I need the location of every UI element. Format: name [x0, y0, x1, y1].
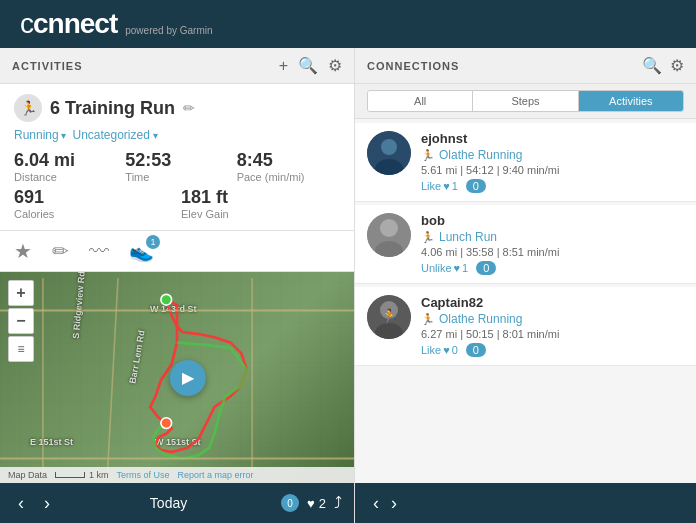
- activity-action-bar: ★ ✏ 〰 👟 1: [0, 231, 354, 272]
- map-scale: 1 km: [55, 470, 109, 480]
- distance-value: 6.04 mi: [14, 150, 117, 171]
- connection-item: ejohnst 🏃 Olathe Running 5.61 mi | 54:12…: [355, 123, 696, 202]
- activity-title-row: 🏃 6 Training Run ✏: [14, 94, 340, 122]
- chart-button[interactable]: 〰: [89, 240, 109, 263]
- powered-by-text: powered by Garmin: [125, 25, 212, 36]
- conn-info-ejohnst: ejohnst 🏃 Olathe Running 5.61 mi | 54:12…: [421, 131, 684, 193]
- svg-line-3: [107, 278, 118, 476]
- connections-title: CONNECTIONS: [367, 60, 459, 72]
- activity-stats-secondary: 691 Calories 181 ft Elev Gain: [14, 187, 340, 220]
- zoom-in-button[interactable]: +: [8, 280, 34, 306]
- activity-tags: Running Uncategorized: [14, 128, 340, 142]
- connections-panel: CONNECTIONS 🔍 ⚙ All Steps Activities: [355, 48, 696, 523]
- avatar-captain82: 🏃: [367, 295, 411, 339]
- tab-steps[interactable]: Steps: [473, 91, 578, 111]
- play-route-button[interactable]: ▶: [170, 360, 206, 396]
- map-data-label: Map Data: [8, 470, 47, 480]
- like-ejohnst-button[interactable]: Like♥ 1: [421, 180, 458, 192]
- nav-prev-button[interactable]: ‹: [12, 491, 30, 516]
- activity-name-ejohnst[interactable]: Olathe Running: [439, 148, 522, 162]
- activities-header-icons: + 🔍 ⚙: [279, 56, 342, 75]
- connection-item: 🏃 Captain82 🏃 Olathe Running 6.27 mi | 5…: [355, 287, 696, 366]
- activities-bottom-nav: ‹ › Today 0 ♥ 2 ⤴: [0, 483, 354, 523]
- report-link[interactable]: Report a map error: [178, 470, 254, 480]
- shoe-button[interactable]: 👟 1: [129, 239, 154, 263]
- activity-comment-badge[interactable]: 0: [281, 494, 299, 512]
- conn-info-bob: bob 🏃 Lunch Run 4.06 mi | 35:58 | 8:51 m…: [421, 213, 684, 275]
- connections-list: ejohnst 🏃 Olathe Running 5.61 mi | 54:12…: [355, 119, 696, 483]
- activity-type-tag[interactable]: Running: [14, 128, 66, 142]
- distance-label: Distance: [14, 171, 117, 183]
- activity-name-captain82[interactable]: Olathe Running: [439, 312, 522, 326]
- connections-header: CONNECTIONS 🔍 ⚙: [355, 48, 696, 84]
- conn-stats-captain82: 6.27 mi | 50:15 | 8:01 min/mi: [421, 328, 684, 340]
- username-captain82: Captain82: [421, 295, 684, 310]
- conn-stats-ejohnst: 5.61 mi | 54:12 | 9:40 min/mi: [421, 164, 684, 176]
- conn-nav-next-button[interactable]: ›: [385, 491, 403, 516]
- tab-all[interactable]: All: [368, 91, 473, 111]
- unlike-label-bob: Unlike: [421, 262, 452, 274]
- svg-point-5: [161, 294, 172, 305]
- map-controls: + − ≡: [8, 280, 34, 362]
- map-layer-button[interactable]: ≡: [8, 336, 34, 362]
- comment-bob-button[interactable]: 0: [476, 261, 496, 275]
- conn-actions-bob: Unlike♥ 1 0: [421, 261, 684, 275]
- stat-time: 52:53 Time: [125, 150, 228, 183]
- like-icon: ♥: [307, 496, 315, 511]
- logo: ccnnect: [20, 8, 117, 40]
- unlike-bob-button[interactable]: Unlike♥ 1: [421, 262, 468, 274]
- conn-activity-row-1: 🏃 Olathe Running: [421, 148, 684, 162]
- zoom-out-button[interactable]: −: [8, 308, 34, 334]
- run-icon-1: 🏃: [421, 149, 435, 162]
- terms-link[interactable]: Terms of Use: [117, 470, 170, 480]
- settings-activities-button[interactable]: ⚙: [328, 56, 342, 75]
- shoe-badge: 1: [146, 235, 160, 249]
- conn-actions-captain82: Like♥ 0 0: [421, 343, 684, 357]
- add-activity-button[interactable]: +: [279, 57, 288, 75]
- avatar-bob: [367, 213, 411, 257]
- avatar-ejohnst: [367, 131, 411, 175]
- run-icon-3: 🏃: [421, 313, 435, 326]
- stat-distance: 6.04 mi Distance: [14, 150, 117, 183]
- search-connections-button[interactable]: 🔍: [642, 56, 662, 75]
- tab-activities[interactable]: Activities: [579, 91, 683, 111]
- nav-today-label: Today: [64, 495, 273, 511]
- edit-activity-icon[interactable]: ✏: [183, 100, 195, 116]
- activities-panel: ACTIVITIES + 🔍 ⚙ 🏃 6 Training Run ✏ Runn…: [0, 48, 355, 523]
- stat-elevation: 181 ft Elev Gain: [181, 187, 340, 220]
- connections-header-icons: 🔍 ⚙: [642, 56, 684, 75]
- edit-button[interactable]: ✏: [52, 239, 69, 263]
- conn-actions-ejohnst: Like♥ 1 0: [421, 179, 684, 193]
- activities-title: ACTIVITIES: [12, 60, 83, 72]
- settings-connections-button[interactable]: ⚙: [670, 56, 684, 75]
- like-count-bob: 1: [462, 262, 468, 274]
- pace-value: 8:45: [237, 150, 340, 171]
- time-value: 52:53: [125, 150, 228, 171]
- favorite-button[interactable]: ★: [14, 239, 32, 263]
- tab-group: All Steps Activities: [367, 90, 684, 112]
- like-label-ejohnst: Like: [421, 180, 441, 192]
- activity-name-bob[interactable]: Lunch Run: [439, 230, 497, 244]
- activity-stats-primary: 6.04 mi Distance 52:53 Time 8:45 Pace (m…: [14, 150, 340, 183]
- connection-item: bob 🏃 Lunch Run 4.06 mi | 35:58 | 8:51 m…: [355, 205, 696, 284]
- stat-calories: 691 Calories: [14, 187, 173, 220]
- conn-nav-prev-button[interactable]: ‹: [367, 491, 385, 516]
- comment-captain82-button[interactable]: 0: [466, 343, 486, 357]
- comment-ejohnst-button[interactable]: 0: [466, 179, 486, 193]
- map-area[interactable]: S Ridgeview Rd W 143rd St Barr Lem Rd E …: [0, 272, 354, 483]
- activity-like-section[interactable]: ♥ 2: [307, 496, 326, 511]
- activity-category-tag[interactable]: Uncategorized: [72, 128, 157, 142]
- connections-tabs: All Steps Activities: [355, 84, 696, 119]
- time-label: Time: [125, 171, 228, 183]
- share-button[interactable]: ⤴: [334, 494, 342, 512]
- nav-next-button[interactable]: ›: [38, 491, 56, 516]
- main-content: ACTIVITIES + 🔍 ⚙ 🏃 6 Training Run ✏ Runn…: [0, 48, 696, 523]
- like-count-ejohnst: 1: [452, 180, 458, 192]
- svg-text:🏃: 🏃: [381, 308, 399, 325]
- svg-point-8: [381, 139, 397, 155]
- like-count-captain82: 0: [452, 344, 458, 356]
- conn-info-captain82: Captain82 🏃 Olathe Running 6.27 mi | 50:…: [421, 295, 684, 357]
- search-activities-button[interactable]: 🔍: [298, 56, 318, 75]
- like-captain82-button[interactable]: Like♥ 0: [421, 344, 458, 356]
- connections-bottom-nav: ‹ ›: [355, 483, 696, 523]
